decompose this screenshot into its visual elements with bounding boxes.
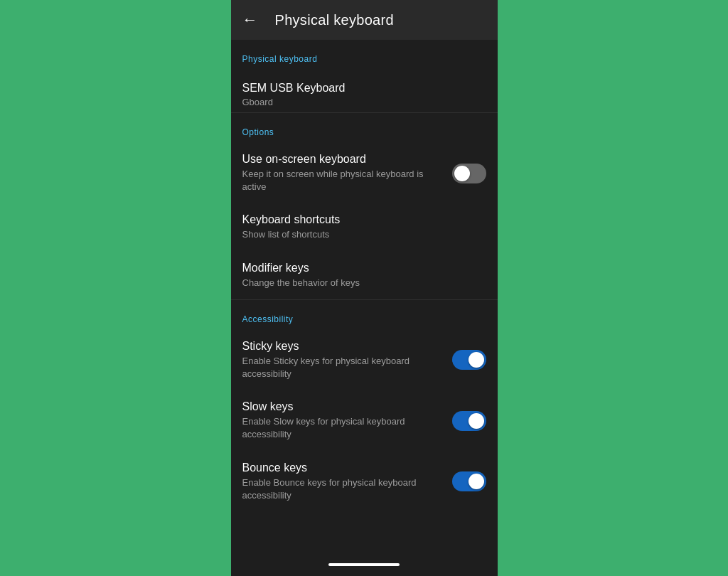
nav-pill [328, 563, 400, 566]
slow-keys-title: Slow keys [242, 400, 444, 413]
header: ← Physical keyboard [231, 0, 498, 40]
keyboard-shortcuts-subtitle: Show list of shortcuts [242, 228, 478, 241]
sticky-keys-subtitle: Enable Sticky keys for physical keyboard… [242, 355, 444, 380]
section-label-options: Options [231, 113, 498, 143]
section-label-physical: Physical keyboard [231, 40, 498, 70]
modifier-keys-subtitle: Change the behavior of keys [242, 277, 478, 289]
sticky-keys-title: Sticky keys [242, 340, 444, 353]
phone-container: ← Physical keyboard Physical keyboard SE… [231, 0, 498, 576]
back-button[interactable]: ← [242, 12, 258, 28]
bounce-keys-toggle[interactable] [452, 471, 486, 491]
list-item-bounce-keys[interactable]: Bounce keys Enable Bounce keys for physi… [231, 452, 498, 512]
list-item-modifier-keys[interactable]: Modifier keys Change the behavior of key… [231, 252, 498, 299]
bounce-keys-title: Bounce keys [242, 462, 444, 474]
keyboard-shortcuts-title: Keyboard shortcuts [242, 213, 478, 226]
slow-keys-subtitle: Enable Slow keys for physical keyboard a… [242, 415, 444, 441]
list-item-slow-keys[interactable]: Slow keys Enable Slow keys for physical … [231, 390, 498, 451]
sticky-keys-toggle[interactable] [452, 350, 486, 370]
onscreen-keyboard-subtitle: Keep it on screen while physical keyboar… [242, 168, 444, 193]
nav-bar [231, 553, 498, 576]
keyboard-device-sub: Gboard [242, 96, 478, 109]
section-options: Options Use on-screen keyboard Keep it o… [231, 113, 498, 299]
toggle-thumb-sticky [469, 352, 484, 368]
onscreen-keyboard-title: Use on-screen keyboard [242, 153, 444, 166]
page-title: Physical keyboard [275, 12, 394, 28]
keyboard-device-item[interactable]: SEM USB Keyboard Gboard [231, 70, 498, 112]
modifier-keys-title: Modifier keys [242, 262, 478, 274]
bounce-keys-subtitle: Enable Bounce keys for physical keyboard… [242, 476, 444, 502]
toggle-thumb-onscreen [454, 166, 470, 181]
slow-keys-toggle[interactable] [452, 411, 486, 431]
toggle-thumb-slow [469, 413, 484, 429]
content-area: Physical keyboard SEM USB Keyboard Gboar… [231, 40, 498, 553]
list-item-sticky-keys[interactable]: Sticky keys Enable Sticky keys for physi… [231, 330, 498, 390]
list-item-keyboard-shortcuts[interactable]: Keyboard shortcuts Show list of shortcut… [231, 203, 498, 251]
section-physical-keyboard: Physical keyboard SEM USB Keyboard Gboar… [231, 40, 498, 112]
onscreen-keyboard-toggle[interactable] [452, 164, 486, 183]
section-label-accessibility: Accessibility [231, 300, 498, 330]
keyboard-device-name: SEM USB Keyboard [242, 82, 478, 95]
list-item-use-onscreen-keyboard[interactable]: Use on-screen keyboard Keep it on screen… [231, 143, 498, 203]
section-accessibility: Accessibility Sticky keys Enable Sticky … [231, 300, 498, 512]
toggle-thumb-bounce [469, 474, 484, 489]
